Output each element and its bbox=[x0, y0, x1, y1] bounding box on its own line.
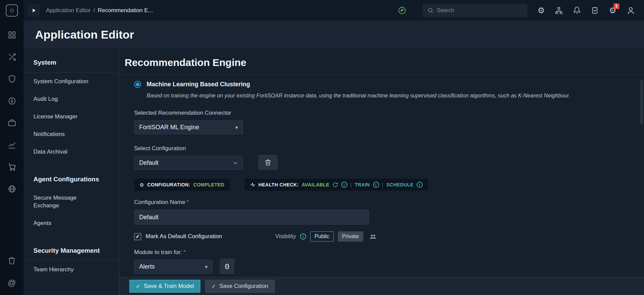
resources-briefcase-icon[interactable] bbox=[8, 119, 16, 127]
system-health-orb-icon[interactable] bbox=[398, 6, 406, 15]
visibility-public-button[interactable]: Public bbox=[310, 231, 334, 242]
caret-down-icon: ▾ bbox=[205, 264, 207, 270]
configuration-status-value: COMPLETED bbox=[193, 182, 224, 187]
content-scrollbar-thumb[interactable] bbox=[640, 80, 643, 124]
breadcrumb-parent[interactable]: Application Editor bbox=[46, 7, 91, 14]
recycle-bin-trash-icon[interactable] bbox=[8, 256, 16, 265]
chip-divider: | bbox=[382, 182, 383, 187]
fortisoar-logo-icon bbox=[6, 4, 18, 17]
admin-settings-icon[interactable]: ⚙ 1 bbox=[609, 6, 616, 15]
visibility-label: Visibility bbox=[275, 233, 296, 240]
breadcrumb-separator: / bbox=[93, 7, 95, 14]
settings-sidebar: System System Configuration Audit Log Li… bbox=[24, 49, 119, 295]
refresh-icon[interactable] bbox=[332, 182, 338, 188]
ml-clustering-radio[interactable] bbox=[134, 81, 141, 88]
automation-zap-icon[interactable] bbox=[8, 97, 16, 105]
trash-icon bbox=[265, 159, 271, 166]
sidebar-item-notifications[interactable]: Notifications bbox=[24, 126, 119, 143]
visibility-info-icon[interactable] bbox=[300, 233, 306, 240]
required-asterisk: * bbox=[187, 199, 189, 206]
security-shield-icon[interactable] bbox=[8, 75, 16, 83]
train-link[interactable]: TRAIN bbox=[355, 182, 370, 187]
page-header: Application Editor bbox=[24, 21, 644, 49]
ml-clustering-description: Based on training the engine on your exi… bbox=[147, 93, 644, 99]
module-train-label: Module to train for: bbox=[134, 249, 182, 256]
configuration-select[interactable]: Default bbox=[134, 156, 243, 170]
notification-badge: 1 bbox=[614, 3, 619, 9]
health-check-value: AVAILABLE bbox=[302, 182, 329, 187]
sidebar-item-license-manager[interactable]: License Manager bbox=[24, 108, 119, 126]
gear-icon: ⚙ bbox=[140, 182, 144, 187]
health-pulse-icon bbox=[250, 182, 255, 187]
playbooks-shuffle-icon[interactable] bbox=[8, 53, 16, 61]
caret-down-icon: ▾ bbox=[235, 124, 238, 131]
content-panel: Recommendation Engine Machine Learning B… bbox=[119, 49, 644, 295]
sidebar-section-system: System bbox=[24, 49, 119, 72]
recommendation-form: Machine Learning Based Clustering Based … bbox=[119, 75, 644, 287]
sidebar-item-secure-message-exchange[interactable]: Secure Message Exchange bbox=[24, 189, 119, 214]
search-input[interactable] bbox=[437, 7, 523, 14]
sidebar-item-agents[interactable]: Agents bbox=[24, 214, 119, 232]
breadcrumb: Application Editor / Recommendation E... bbox=[46, 7, 153, 14]
app-logo[interactable] bbox=[0, 0, 24, 21]
content-hub-cart-icon[interactable] bbox=[8, 163, 16, 171]
icon-rail: @ bbox=[0, 21, 24, 295]
configuration-name-input[interactable] bbox=[134, 210, 369, 225]
sidebar-item-audit-log[interactable]: Audit Log bbox=[24, 90, 119, 108]
configuration-name-label: Configuration Name bbox=[134, 199, 185, 206]
sidebar-item-data-archival[interactable]: Data Archival bbox=[24, 143, 119, 161]
health-check-label: HEALTH CHECK: bbox=[258, 182, 299, 187]
chevron-down-icon bbox=[233, 160, 238, 165]
configuration-status-label: CONFIGURATION: bbox=[147, 182, 190, 187]
schedule-info-icon[interactable] bbox=[417, 182, 423, 188]
connector-select[interactable]: FortiSOAR ML Engine ▾ bbox=[134, 120, 243, 134]
global-search bbox=[423, 4, 527, 17]
module-select[interactable]: Alerts ▾ bbox=[134, 260, 213, 274]
default-configuration-checkbox-label[interactable]: Mark As Default Configuration bbox=[146, 233, 222, 240]
connector-select-value: FortiSOAR ML Engine bbox=[139, 124, 199, 131]
sidebar-section-agent-configurations: Agent Configurations bbox=[24, 161, 119, 189]
dashboard-grid-icon[interactable] bbox=[8, 31, 16, 39]
content-header: Recommendation Engine bbox=[119, 49, 644, 75]
topbar-actions: ⚙ ⚙ 1 bbox=[398, 4, 644, 17]
save-train-model-button[interactable]: Save & Train Model bbox=[129, 280, 200, 293]
ml-clustering-radio-label[interactable]: Machine Learning Based Clustering bbox=[147, 81, 250, 88]
visibility-group: Visibility Public Private bbox=[275, 231, 377, 242]
schedule-link[interactable]: SCHEDULE bbox=[387, 182, 414, 187]
train-info-icon[interactable] bbox=[373, 182, 379, 188]
team-people-icon[interactable] bbox=[369, 233, 377, 240]
content-title: Recommendation Engine bbox=[125, 57, 246, 68]
visibility-private-button[interactable]: Private bbox=[338, 231, 364, 242]
health-info-icon[interactable] bbox=[341, 182, 347, 188]
delete-configuration-button[interactable] bbox=[258, 155, 277, 170]
sidebar-expand-button[interactable] bbox=[28, 4, 40, 17]
module-select-value: Alerts bbox=[139, 263, 155, 270]
configuration-select-label: Select Configuration bbox=[134, 145, 644, 152]
tasks-clipboard-icon[interactable] bbox=[591, 6, 599, 14]
sidebar-item-system-configuration[interactable]: System Configuration bbox=[24, 73, 119, 90]
default-configuration-checkbox[interactable] bbox=[134, 233, 141, 240]
top-bar: Application Editor / Recommendation E...… bbox=[0, 0, 644, 21]
reports-chart-icon[interactable] bbox=[8, 141, 16, 149]
settings-gear-icon[interactable]: ⚙ bbox=[538, 6, 545, 15]
sitemap-icon[interactable] bbox=[555, 6, 563, 15]
notifications-bell-icon[interactable] bbox=[573, 6, 581, 14]
sidebar-section-security-management: Security Management bbox=[24, 232, 119, 260]
search-icon bbox=[427, 7, 434, 14]
save-configuration-button[interactable]: Save Configuration bbox=[205, 280, 275, 293]
required-asterisk: * bbox=[183, 249, 186, 256]
json-view-button[interactable]: {} bbox=[220, 259, 234, 274]
configuration-select-value: Default bbox=[139, 159, 158, 166]
connectors-globe-icon[interactable] bbox=[8, 185, 16, 193]
connector-label: Selected Recommendation Connector bbox=[134, 110, 644, 116]
breadcrumb-current: Recommendation E... bbox=[98, 7, 153, 14]
support-at-icon[interactable]: @ bbox=[8, 278, 16, 288]
chip-divider: | bbox=[350, 182, 352, 187]
play-icon bbox=[31, 8, 36, 13]
user-avatar-icon[interactable] bbox=[626, 6, 635, 15]
health-check-chip: HEALTH CHECK: AVAILABLE | TRAIN | SCHEDU… bbox=[245, 179, 428, 191]
page-title: Application Editor bbox=[35, 28, 134, 41]
form-footer: Save & Train Model Save Configuration bbox=[119, 277, 644, 295]
configuration-status-chip: ⚙ CONFIGURATION: COMPLETED bbox=[134, 179, 230, 191]
sidebar-item-team-hierarchy[interactable]: Team Hierarchy bbox=[24, 261, 119, 278]
